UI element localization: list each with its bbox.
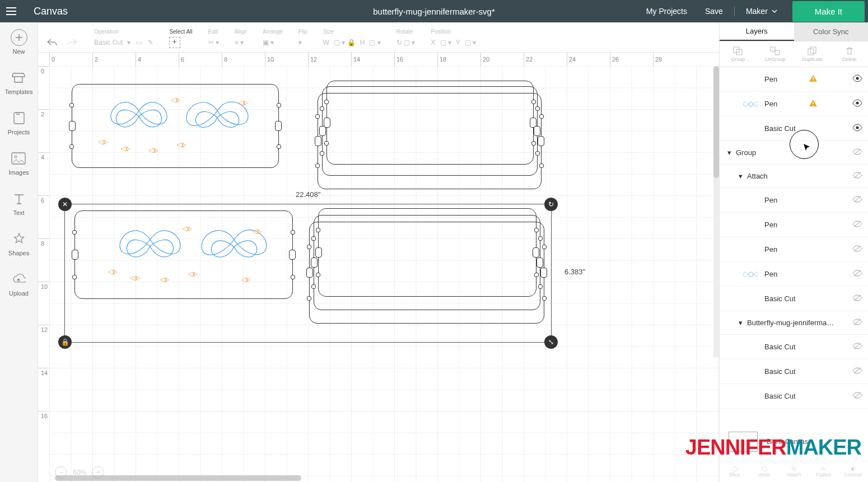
right-panel: Layers Color Sync Group UnGroup Duplicat… [719, 22, 868, 482]
layer-group-header[interactable]: ▾Group [720, 141, 868, 165]
zoom-level: 60% [73, 469, 86, 476]
visibility-toggle-icon[interactable] [852, 74, 862, 84]
ungroup-button[interactable]: UnGroup [757, 41, 794, 67]
visibility-toggle-icon[interactable] [852, 342, 862, 352]
group-button[interactable]: Group [720, 41, 757, 67]
svg-point-2 [15, 156, 17, 158]
visibility-toggle-icon[interactable] [852, 124, 862, 133]
attach-button[interactable]: 📎Attach [779, 461, 809, 482]
delete-handle-icon[interactable]: ✕ [58, 198, 72, 211]
vertical-scrollbar[interactable] [713, 66, 719, 357]
lock-handle-icon[interactable]: 🔒 [58, 335, 72, 349]
visibility-toggle-icon[interactable] [852, 220, 862, 230]
select-all-button[interactable]: Select All [169, 29, 192, 49]
delete-button[interactable]: Delete [831, 41, 868, 67]
rotate-group: Rotate↻ ▢ ▾ [396, 29, 416, 49]
operation-group: OperationBasic Cut ▾ ▭ ✎ [94, 29, 153, 49]
edit-toolbar: OperationBasic Cut ▾ ▭ ✎ Select All Edit… [38, 22, 719, 53]
document-title[interactable]: butterfly-mug-jennifermaker-svg* [373, 7, 495, 16]
projects-button[interactable]: Projects [8, 110, 30, 135]
weld-button[interactable]: ◯Weld [749, 461, 779, 482]
layer-item[interactable]: Basic Cut [720, 359, 868, 384]
top-bar: Canvas butterfly-mug-jennifermaker-svg* … [0, 0, 868, 22]
canvas-area[interactable]: 0246810121416182022242628 0246810121416 [38, 53, 719, 482]
rotate-handle-icon[interactable]: ↻ [544, 198, 558, 211]
visibility-toggle-icon[interactable] [852, 245, 862, 254]
visibility-toggle-icon[interactable] [852, 367, 862, 376]
layer-item[interactable]: Pen [720, 188, 868, 213]
templates-button[interactable]: Templates [4, 69, 32, 95]
undo-icon[interactable] [46, 38, 58, 48]
tab-colorsync[interactable]: Color Sync [794, 22, 869, 41]
size-group: SizeW ▢ ▾ 🔒 H ▢ ▾ [323, 29, 381, 49]
chevron-down-icon [771, 8, 778, 15]
duplicate-button[interactable]: Duplicate [794, 41, 831, 67]
flip-group: Flip▾ [298, 29, 307, 49]
arrange-group: Arrange▣ ▾ [263, 29, 283, 49]
layer-item[interactable]: Basic Cut [720, 384, 868, 409]
svg-rect-6 [775, 50, 780, 55]
svg-point-10 [856, 102, 858, 105]
edit-group: Edit✂ ▾ [208, 29, 219, 49]
width-dimension: 22.408" [296, 190, 320, 199]
svg-rect-7 [808, 49, 814, 55]
ruler-horizontal: 0246810121416182022242628 [49, 53, 719, 66]
visibility-toggle-icon[interactable] [852, 391, 862, 401]
app-title: Canvas [34, 6, 68, 17]
warning-icon [809, 74, 818, 84]
contour-button[interactable]: ◐Contour [838, 461, 868, 482]
layer-list: PenPenBasic Cut▾Group▾AttachPenPenPenPen… [720, 67, 868, 423]
upload-button[interactable]: Upload [9, 271, 29, 297]
layer-item[interactable]: Basic Cut [720, 335, 868, 359]
svg-rect-8 [810, 47, 816, 53]
my-projects-link[interactable]: My Projects [637, 7, 696, 16]
zoom-controls: − 60% + [55, 466, 104, 479]
text-button[interactable]: Text [11, 190, 27, 216]
zoom-out-button[interactable]: − [55, 466, 67, 479]
position-group: PositionX ▢ ▾ Y ▢ ▾ [431, 29, 477, 49]
layer-item[interactable]: Basic Cut [720, 116, 868, 141]
svg-point-9 [856, 77, 858, 80]
layer-group-header[interactable]: ▾Butterfly-mug-jenniferma… [720, 311, 868, 335]
hamburger-menu[interactable] [0, 0, 22, 22]
layer-item[interactable]: Pen [720, 262, 868, 287]
layer-item[interactable]: Basic Cut [720, 287, 868, 311]
new-button[interactable]: New [11, 29, 27, 55]
shapes-button[interactable]: Shapes [8, 231, 29, 256]
visibility-toggle-icon[interactable] [852, 99, 862, 109]
flatten-button[interactable]: ▭Flatten [809, 461, 838, 482]
visibility-toggle-icon[interactable] [852, 148, 862, 157]
images-button[interactable]: Images [8, 150, 29, 176]
layer-item[interactable]: Pen [720, 213, 868, 237]
machine-label: Maker [746, 7, 768, 16]
visibility-toggle-icon[interactable] [852, 269, 862, 279]
tab-layers[interactable]: Layers [720, 22, 794, 41]
visibility-toggle-icon[interactable] [852, 171, 862, 181]
redo-icon[interactable] [66, 38, 78, 48]
layer-item[interactable]: Pen [720, 67, 868, 92]
save-button[interactable]: Save [696, 7, 732, 16]
layer-group-header[interactable]: ▾Attach [720, 165, 868, 188]
visibility-toggle-icon[interactable] [852, 294, 862, 303]
align-group: Align≡ ▾ [235, 29, 247, 49]
butterfly-art-icon [72, 88, 279, 167]
watermark: JENNIFERMAKER [685, 436, 861, 460]
machine-selector[interactable]: Maker [737, 7, 787, 16]
warning-icon [809, 99, 818, 109]
zoom-in-button[interactable]: + [92, 466, 104, 479]
visibility-toggle-icon[interactable] [852, 195, 862, 205]
slice-button[interactable]: ◯Slice [720, 461, 749, 482]
height-dimension: 6.383" [564, 268, 585, 276]
left-toolbar: New Templates Projects Images Text Shape… [0, 22, 38, 482]
resize-handle-icon[interactable]: ⤡ [544, 335, 558, 349]
layer-item[interactable]: Pen [720, 237, 868, 262]
make-it-button[interactable]: Make It [792, 1, 865, 22]
layer-item[interactable]: Pen [720, 92, 868, 116]
svg-point-11 [856, 127, 859, 129]
divider [734, 6, 735, 16]
butterfly-art-icon [80, 216, 293, 297]
visibility-toggle-icon[interactable] [852, 318, 862, 327]
svg-rect-5 [771, 47, 775, 52]
ruler-vertical: 0246810121416 [38, 66, 49, 482]
